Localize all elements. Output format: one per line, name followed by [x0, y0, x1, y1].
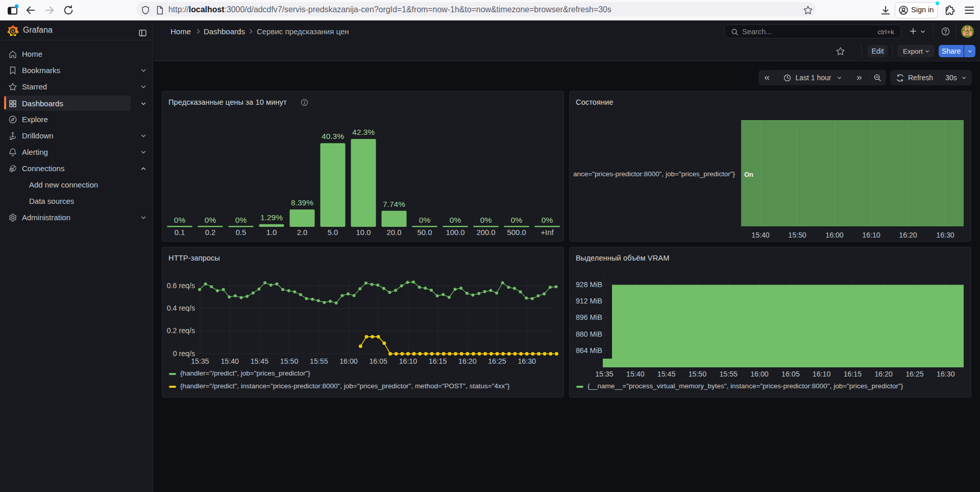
- svg-text:15:45: 15:45: [657, 370, 676, 378]
- svg-text:0%: 0%: [542, 216, 553, 224]
- svg-text:16:05: 16:05: [369, 357, 387, 365]
- svg-text:0.5: 0.5: [236, 228, 247, 237]
- svg-text:0.1: 0.1: [175, 228, 185, 237]
- svg-text:200.0: 200.0: [476, 228, 495, 237]
- svg-text:10.0: 10.0: [356, 228, 371, 237]
- svg-text:16:10: 16:10: [813, 370, 831, 378]
- svg-text:42.3%: 42.3%: [352, 128, 375, 136]
- svg-text:40.3%: 40.3%: [322, 132, 344, 140]
- svg-text:15:50: 15:50: [280, 357, 299, 365]
- svg-text:7.74%: 7.74%: [383, 200, 405, 208]
- svg-text:16:10: 16:10: [399, 357, 418, 365]
- svg-text:5.0: 5.0: [328, 228, 338, 237]
- svg-text:16:05: 16:05: [781, 370, 800, 378]
- svg-text:0%: 0%: [511, 216, 523, 224]
- svg-text:0%: 0%: [235, 216, 247, 224]
- svg-text:100.0: 100.0: [446, 228, 464, 237]
- svg-text:20.0: 20.0: [387, 228, 402, 237]
- svg-text:15:50: 15:50: [689, 370, 707, 378]
- svg-text:15:40: 15:40: [220, 357, 239, 365]
- svg-text:2.0: 2.0: [297, 228, 308, 237]
- svg-text:8.39%: 8.39%: [291, 198, 313, 207]
- svg-text:16:15: 16:15: [844, 370, 862, 378]
- svg-text:0%: 0%: [174, 216, 186, 224]
- svg-text:500.0: 500.0: [507, 228, 526, 237]
- svg-text:1.0: 1.0: [266, 228, 277, 237]
- svg-text:16:25: 16:25: [488, 357, 506, 365]
- svg-text:0%: 0%: [419, 216, 431, 224]
- svg-text:16:00: 16:00: [750, 370, 769, 378]
- svg-text:16:25: 16:25: [905, 370, 924, 378]
- svg-text:16:15: 16:15: [429, 357, 447, 365]
- svg-text:15:35: 15:35: [595, 370, 614, 378]
- svg-text:16:30: 16:30: [518, 357, 536, 365]
- svg-text:0%: 0%: [480, 216, 492, 224]
- svg-text:0%: 0%: [205, 216, 216, 224]
- svg-text:15:55: 15:55: [719, 370, 738, 378]
- svg-text:16:20: 16:20: [458, 357, 477, 365]
- svg-text:+Inf: +Inf: [541, 228, 554, 237]
- svg-text:15:35: 15:35: [191, 357, 209, 365]
- svg-text:15:40: 15:40: [626, 370, 645, 378]
- svg-text:0.2: 0.2: [205, 228, 216, 237]
- svg-text:0%: 0%: [450, 216, 461, 224]
- svg-text:16:00: 16:00: [339, 357, 358, 365]
- svg-text:15:45: 15:45: [251, 357, 269, 365]
- svg-text:15:55: 15:55: [310, 357, 328, 365]
- svg-text:16:30: 16:30: [937, 370, 955, 378]
- svg-text:50.0: 50.0: [418, 228, 432, 237]
- svg-text:16:20: 16:20: [874, 370, 893, 378]
- svg-text:1.29%: 1.29%: [260, 213, 283, 222]
